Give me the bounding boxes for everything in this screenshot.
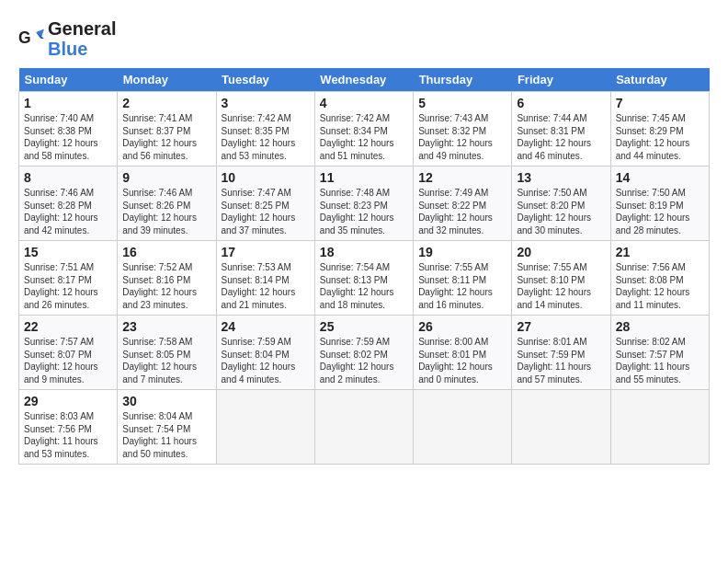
day-number: 14 [616, 170, 704, 185]
calendar-cell: 7 Sunrise: 7:45 AM Sunset: 8:29 PM Dayli… [610, 92, 709, 167]
page-header: G GeneralBlue [18, 18, 710, 59]
weekday-header-sunday: Sunday [19, 68, 118, 92]
day-info: Sunrise: 8:01 AM Sunset: 7:59 PM Dayligh… [517, 336, 605, 385]
day-number: 6 [517, 96, 605, 110]
calendar-week-row: 8 Sunrise: 7:46 AM Sunset: 8:28 PM Dayli… [19, 167, 710, 241]
svg-text:G: G [18, 29, 31, 47]
day-info: Sunrise: 8:04 AM Sunset: 7:54 PM Dayligh… [122, 410, 210, 460]
day-info: Sunrise: 7:55 AM Sunset: 8:11 PM Dayligh… [418, 261, 506, 311]
calendar-cell: 3 Sunrise: 7:42 AM Sunset: 8:35 PM Dayli… [216, 92, 314, 167]
calendar-cell [512, 390, 610, 465]
day-number: 21 [616, 245, 704, 259]
day-info: Sunrise: 8:00 AM Sunset: 8:01 PM Dayligh… [418, 336, 506, 385]
logo: G GeneralBlue [18, 18, 116, 59]
day-number: 5 [418, 96, 506, 110]
day-number: 29 [24, 394, 112, 408]
day-number: 3 [222, 96, 310, 110]
calendar-cell: 15 Sunrise: 7:51 AM Sunset: 8:17 PM Dayl… [19, 241, 118, 316]
day-number: 9 [122, 170, 210, 185]
calendar-cell: 5 Sunrise: 7:43 AM Sunset: 8:32 PM Dayli… [414, 92, 512, 167]
calendar-cell: 4 Sunrise: 7:42 AM Sunset: 8:34 PM Dayli… [314, 92, 413, 167]
weekday-header-tuesday: Tuesday [216, 68, 314, 92]
calendar-cell: 16 Sunrise: 7:52 AM Sunset: 8:16 PM Dayl… [118, 241, 216, 316]
day-info: Sunrise: 7:54 AM Sunset: 8:13 PM Dayligh… [320, 261, 408, 311]
calendar-cell [414, 390, 512, 465]
calendar-week-row: 1 Sunrise: 7:40 AM Sunset: 8:38 PM Dayli… [19, 92, 710, 167]
calendar-week-row: 29 Sunrise: 8:03 AM Sunset: 7:56 PM Dayl… [19, 390, 710, 465]
calendar-cell: 23 Sunrise: 7:58 AM Sunset: 8:05 PM Dayl… [118, 316, 216, 390]
calendar-cell: 8 Sunrise: 7:46 AM Sunset: 8:28 PM Dayli… [19, 167, 118, 241]
day-info: Sunrise: 8:02 AM Sunset: 7:57 PM Dayligh… [616, 336, 704, 385]
calendar-table: SundayMondayTuesdayWednesdayThursdayFrid… [18, 68, 710, 465]
day-number: 13 [517, 170, 605, 185]
calendar-cell: 30 Sunrise: 8:04 AM Sunset: 7:54 PM Dayl… [118, 390, 216, 465]
calendar-cell: 12 Sunrise: 7:49 AM Sunset: 8:22 PM Dayl… [414, 167, 512, 241]
day-info: Sunrise: 7:55 AM Sunset: 8:10 PM Dayligh… [517, 261, 605, 311]
day-info: Sunrise: 7:51 AM Sunset: 8:17 PM Dayligh… [24, 261, 112, 311]
day-number: 18 [320, 245, 408, 259]
logo-text: GeneralBlue [48, 18, 116, 59]
day-info: Sunrise: 7:40 AM Sunset: 8:38 PM Dayligh… [24, 112, 112, 162]
calendar-week-row: 22 Sunrise: 7:57 AM Sunset: 8:07 PM Dayl… [19, 316, 710, 390]
day-info: Sunrise: 7:53 AM Sunset: 8:14 PM Dayligh… [222, 261, 310, 311]
weekday-header-saturday: Saturday [610, 68, 709, 92]
day-info: Sunrise: 7:46 AM Sunset: 8:28 PM Dayligh… [24, 187, 112, 236]
day-info: Sunrise: 7:52 AM Sunset: 8:16 PM Dayligh… [122, 261, 210, 311]
calendar-cell: 28 Sunrise: 8:02 AM Sunset: 7:57 PM Dayl… [610, 316, 709, 390]
day-number: 4 [320, 96, 408, 110]
calendar-cell: 27 Sunrise: 8:01 AM Sunset: 7:59 PM Dayl… [512, 316, 610, 390]
day-info: Sunrise: 7:43 AM Sunset: 8:32 PM Dayligh… [418, 112, 506, 162]
day-info: Sunrise: 7:50 AM Sunset: 8:19 PM Dayligh… [616, 187, 704, 236]
calendar-cell [610, 390, 709, 465]
weekday-header-wednesday: Wednesday [314, 68, 413, 92]
day-number: 11 [320, 170, 408, 185]
day-number: 17 [222, 245, 310, 259]
day-info: Sunrise: 7:49 AM Sunset: 8:22 PM Dayligh… [418, 187, 506, 236]
calendar-cell: 17 Sunrise: 7:53 AM Sunset: 8:14 PM Dayl… [216, 241, 314, 316]
day-info: Sunrise: 7:57 AM Sunset: 8:07 PM Dayligh… [24, 336, 112, 385]
calendar-cell: 13 Sunrise: 7:50 AM Sunset: 8:20 PM Dayl… [512, 167, 610, 241]
calendar-cell: 11 Sunrise: 7:48 AM Sunset: 8:23 PM Dayl… [314, 167, 413, 241]
calendar-cell: 20 Sunrise: 7:55 AM Sunset: 8:10 PM Dayl… [512, 241, 610, 316]
calendar-cell [314, 390, 413, 465]
calendar-cell: 21 Sunrise: 7:56 AM Sunset: 8:08 PM Dayl… [610, 241, 709, 316]
calendar-cell: 2 Sunrise: 7:41 AM Sunset: 8:37 PM Dayli… [118, 92, 216, 167]
day-number: 8 [24, 170, 112, 185]
day-number: 7 [616, 96, 704, 110]
day-number: 10 [222, 170, 310, 185]
calendar-cell: 1 Sunrise: 7:40 AM Sunset: 8:38 PM Dayli… [19, 92, 118, 167]
weekday-header-row: SundayMondayTuesdayWednesdayThursdayFrid… [19, 68, 710, 92]
day-number: 27 [517, 319, 605, 334]
day-number: 28 [616, 319, 704, 334]
day-number: 26 [418, 319, 506, 334]
day-info: Sunrise: 7:42 AM Sunset: 8:34 PM Dayligh… [320, 112, 408, 162]
day-info: Sunrise: 7:48 AM Sunset: 8:23 PM Dayligh… [320, 187, 408, 236]
day-info: Sunrise: 7:58 AM Sunset: 8:05 PM Dayligh… [122, 336, 210, 385]
day-number: 19 [418, 245, 506, 259]
calendar-cell: 14 Sunrise: 7:50 AM Sunset: 8:19 PM Dayl… [610, 167, 709, 241]
day-info: Sunrise: 7:42 AM Sunset: 8:35 PM Dayligh… [222, 112, 310, 162]
day-number: 2 [122, 96, 210, 110]
day-info: Sunrise: 7:44 AM Sunset: 8:31 PM Dayligh… [517, 112, 605, 162]
day-info: Sunrise: 7:59 AM Sunset: 8:04 PM Dayligh… [222, 336, 310, 385]
day-info: Sunrise: 7:41 AM Sunset: 8:37 PM Dayligh… [122, 112, 210, 162]
day-number: 22 [24, 319, 112, 334]
calendar-cell: 10 Sunrise: 7:47 AM Sunset: 8:25 PM Dayl… [216, 167, 314, 241]
day-number: 25 [320, 319, 408, 334]
logo-icon: G [18, 26, 44, 52]
day-number: 23 [122, 319, 210, 334]
calendar-cell: 26 Sunrise: 8:00 AM Sunset: 8:01 PM Dayl… [414, 316, 512, 390]
calendar-cell [216, 390, 314, 465]
day-info: Sunrise: 7:50 AM Sunset: 8:20 PM Dayligh… [517, 187, 605, 236]
day-number: 12 [418, 170, 506, 185]
calendar-cell: 24 Sunrise: 7:59 AM Sunset: 8:04 PM Dayl… [216, 316, 314, 390]
day-number: 1 [24, 96, 112, 110]
day-number: 24 [222, 319, 310, 334]
calendar-week-row: 15 Sunrise: 7:51 AM Sunset: 8:17 PM Dayl… [19, 241, 710, 316]
calendar-cell: 25 Sunrise: 7:59 AM Sunset: 8:02 PM Dayl… [314, 316, 413, 390]
day-number: 15 [24, 245, 112, 259]
day-info: Sunrise: 7:56 AM Sunset: 8:08 PM Dayligh… [616, 261, 704, 311]
calendar-cell: 18 Sunrise: 7:54 AM Sunset: 8:13 PM Dayl… [314, 241, 413, 316]
day-info: Sunrise: 7:47 AM Sunset: 8:25 PM Dayligh… [222, 187, 310, 236]
day-info: Sunrise: 8:03 AM Sunset: 7:56 PM Dayligh… [24, 410, 112, 460]
